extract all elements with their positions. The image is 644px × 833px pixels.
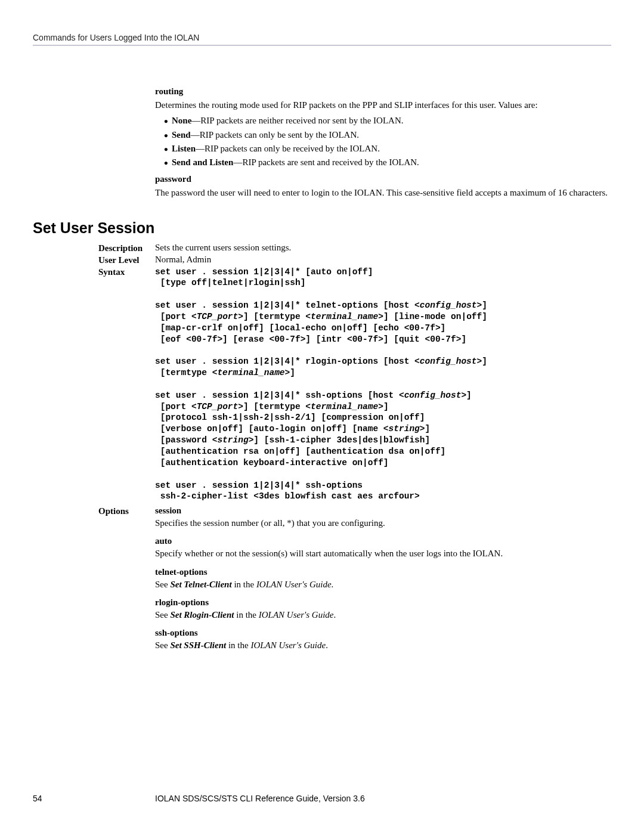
syntax-ital: string [217, 435, 248, 445]
syntax-text: [port < [155, 312, 197, 321]
syntax-ital: config_host [404, 391, 462, 400]
see-ref: Set Rlogin-Client [170, 610, 234, 620]
option-telnet-name: telnet-options [155, 567, 611, 577]
syntax-text: >] [line-mode on|off] [378, 312, 487, 321]
syntax-text: >] [477, 357, 487, 366]
syntax-text: >] [378, 402, 388, 411]
syntax-text: [protocol ssh-1|ssh-2|ssh-2/1] [compress… [155, 413, 425, 422]
userlevel-label: User Level [98, 255, 155, 265]
see-guide: IOLAN User's Guide [259, 610, 334, 620]
routing-intro: Determines the routing mode used for RIP… [155, 99, 611, 111]
syntax-text: [termtype < [155, 368, 217, 377]
routing-item-desc: —RIP packets can only be received by the… [196, 144, 380, 153]
section-title: Set User Session [33, 219, 611, 237]
syntax-text: [eof <00-7f>] [erase <00-7f>] [intr <00-… [155, 335, 466, 344]
routing-item-term: Send and Listen [172, 157, 233, 167]
syntax-text: [verbose on|off] [auto-login on|off] [na… [155, 424, 389, 433]
syntax-text: [map-cr-crlf on|off] [local-echo on|off]… [155, 323, 445, 333]
routing-item: None—RIP packets are neither received no… [172, 114, 611, 126]
options-label: Options [98, 506, 155, 516]
routing-item-desc: —RIP packets can only be sent by the IOL… [191, 130, 359, 140]
options-body: session Specifies the session number (or… [155, 506, 611, 652]
routing-item: Send—RIP packets can only be sent by the… [172, 129, 611, 141]
syntax-body: set user . session 1|2|3|4|* [auto on|of… [155, 267, 611, 503]
see-mid: in the [226, 640, 250, 650]
syntax-text: >] [285, 368, 295, 377]
running-head: Commands for Users Logged Into the IOLAN [33, 33, 611, 51]
syntax-label: Syntax [98, 267, 155, 277]
syntax-text: >] [420, 424, 430, 433]
see-pre: See [155, 610, 170, 620]
syntax-ital: config_host [420, 301, 477, 310]
syntax-ital: TCP_port [197, 402, 239, 411]
routing-heading: routing [155, 86, 611, 97]
option-ssh-desc: See Set SSH-Client in the IOLAN User's G… [155, 639, 611, 651]
syntax-block: set user . session 1|2|3|4|* [auto on|of… [155, 267, 611, 503]
routing-list: None—RIP packets are neither received no… [155, 114, 611, 168]
syntax-text: [port < [155, 402, 197, 411]
see-mid: in the [234, 610, 259, 620]
routing-item-desc: —RIP packets are neither received nor se… [191, 116, 403, 125]
syntax-text: set user . session 1|2|3|4|* telnet-opti… [155, 301, 420, 310]
option-telnet-desc: See Set Telnet-Client in the IOLAN User'… [155, 578, 611, 590]
definition-list: Description Sets the current users sessi… [98, 243, 611, 653]
options-row: Options session Specifies the session nu… [98, 506, 611, 652]
option-ssh-name: ssh-options [155, 628, 611, 638]
password-body: The password the user will need to enter… [155, 187, 611, 199]
description-label: Description [98, 243, 155, 253]
syntax-ital: terminal_name [311, 402, 378, 411]
description-body: Sets the current users session settings. [155, 243, 611, 253]
syntax-text: [password < [155, 435, 217, 445]
see-guide: IOLAN User's Guide [250, 640, 326, 650]
syntax-text: >] [461, 391, 471, 400]
syntax-row: Syntax set user . session 1|2|3|4|* [aut… [98, 267, 611, 503]
running-head-text: Commands for Users Logged Into the IOLAN [33, 33, 199, 42]
syntax-text: >] [termtype < [238, 312, 311, 321]
syntax-text: >] [ssh-1-cipher 3des|des|blowfish] [249, 435, 431, 445]
syntax-ital: string [389, 424, 420, 433]
see-guide: IOLAN User's Guide [256, 580, 332, 589]
page-footer: 54 IOLAN SDS/SCS/STS CLI Reference Guide… [33, 794, 611, 803]
page-number: 54 [33, 794, 155, 803]
syntax-text: >] [termtype < [238, 402, 311, 411]
routing-item: Listen—RIP packets can only be received … [172, 143, 611, 154]
userlevel-row: User Level Normal, Admin [98, 255, 611, 265]
routing-item-desc: —RIP packets are sent and received by th… [233, 157, 419, 167]
see-ref: Set SSH-Client [170, 640, 226, 650]
syntax-ital: terminal_name [217, 368, 284, 377]
see-mid: in the [232, 580, 256, 589]
option-rlogin-desc: See Set Rlogin-Client in the IOLAN User'… [155, 609, 611, 621]
userlevel-body: Normal, Admin [155, 255, 611, 265]
description-row: Description Sets the current users sessi… [98, 243, 611, 253]
routing-item-term: Listen [172, 144, 196, 153]
syntax-text: [type off|telnet|rlogin|ssh] [155, 278, 305, 287]
routing-item: Send and Listen—RIP packets are sent and… [172, 156, 611, 168]
option-auto-desc: Specify whether or not the session(s) wi… [155, 547, 611, 559]
syntax-text: set user . session 1|2|3|4|* rlogin-opti… [155, 357, 420, 366]
syntax-text: [authentication keyboard-interactive on|… [155, 458, 389, 467]
syntax-text: >] [477, 301, 487, 310]
option-auto-name: auto [155, 536, 611, 546]
see-post: . [326, 640, 328, 650]
see-pre: See [155, 640, 170, 650]
syntax-text: [authentication rsa on|off] [authenticat… [155, 447, 445, 456]
routing-block: routing Determines the routing mode used… [155, 86, 611, 199]
syntax-text: set user . session 1|2|3|4|* ssh-options [155, 481, 363, 490]
syntax-ital: config_host [420, 357, 477, 366]
syntax-ital: terminal_name [311, 312, 378, 321]
syntax-text: set user . session 1|2|3|4|* ssh-options… [155, 391, 404, 400]
syntax-text: set user . session 1|2|3|4|* [auto on|of… [155, 267, 373, 277]
syntax-ital: TCP_port [197, 312, 239, 321]
footer-text: IOLAN SDS/SCS/STS CLI Reference Guide, V… [155, 794, 611, 803]
password-heading: password [155, 174, 611, 184]
option-session-name: session [155, 506, 611, 516]
see-post: . [334, 610, 336, 620]
syntax-text: ssh-2-cipher-list <3des blowfish cast ae… [155, 491, 420, 501]
routing-item-term: None [172, 116, 191, 125]
option-session-desc: Specifies the session number (or all, *)… [155, 517, 611, 529]
routing-item-term: Send [172, 130, 191, 140]
header-rule [33, 45, 611, 46]
see-post: . [332, 580, 334, 589]
page: Commands for Users Logged Into the IOLAN… [0, 0, 644, 652]
see-pre: See [155, 580, 170, 589]
